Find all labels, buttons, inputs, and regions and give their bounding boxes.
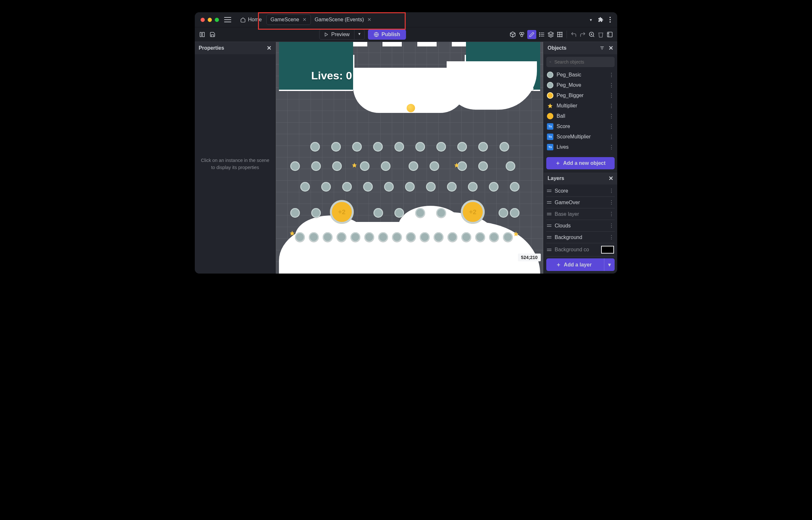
- main-menu-button[interactable]: [224, 17, 231, 22]
- peg-instance[interactable]: [290, 161, 300, 171]
- filter-icon[interactable]: [599, 46, 605, 51]
- trash-icon[interactable]: [597, 31, 604, 38]
- object-item[interactable]: Peg_Bigger⋮: [546, 90, 615, 101]
- search-objects-input[interactable]: [554, 59, 612, 65]
- peg-instance[interactable]: [406, 232, 416, 242]
- kebab-icon[interactable]: ⋮: [609, 188, 614, 194]
- kebab-icon[interactable]: ⋮: [609, 223, 614, 229]
- peg-instance[interactable]: [290, 208, 300, 218]
- peg-instance[interactable]: [499, 142, 509, 152]
- peg-instance[interactable]: [430, 161, 439, 171]
- grid-icon[interactable]: [556, 31, 563, 38]
- chevron-down-icon[interactable]: ▾: [590, 18, 592, 22]
- peg-instance[interactable]: [321, 182, 331, 191]
- redo-icon[interactable]: [579, 31, 586, 38]
- peg-instance[interactable]: [461, 232, 471, 242]
- peg-instance[interactable]: [478, 161, 488, 171]
- tab-gamescene[interactable]: GameScene ✕: [266, 15, 311, 25]
- peg-instance[interactable]: [510, 208, 519, 218]
- peg-instance[interactable]: [475, 232, 485, 242]
- peg-bigger-instance[interactable]: +2: [461, 200, 485, 224]
- save-button[interactable]: [209, 31, 216, 38]
- multiplier-instance[interactable]: [513, 231, 519, 237]
- kebab-icon[interactable]: ⋮: [609, 72, 614, 78]
- drag-handle-icon[interactable]: [547, 236, 551, 238]
- object-item[interactable]: Multiplier⋮: [546, 101, 615, 111]
- extension-icon[interactable]: [598, 17, 604, 23]
- preview-dropdown-button[interactable]: ▼: [354, 29, 365, 40]
- peg-instance[interactable]: [468, 182, 478, 191]
- close-icon[interactable]: ✕: [608, 175, 613, 182]
- drag-handle-icon[interactable]: [547, 249, 551, 251]
- edit-icon[interactable]: [527, 30, 536, 39]
- undo-icon[interactable]: [570, 31, 577, 38]
- peg-instance[interactable]: [436, 142, 446, 152]
- peg-instance[interactable]: [498, 208, 508, 218]
- layer-color-swatch[interactable]: [601, 246, 614, 254]
- search-objects-field[interactable]: [546, 57, 615, 67]
- peg-instance[interactable]: [309, 232, 319, 242]
- tab-close-icon[interactable]: ✕: [367, 17, 372, 23]
- layer-item[interactable]: Clouds⋮: [546, 220, 615, 232]
- peg-instance[interactable]: [405, 182, 415, 191]
- peg-instance[interactable]: [331, 142, 341, 152]
- peg-instance[interactable]: [448, 232, 457, 242]
- tab-home[interactable]: Home: [236, 15, 266, 25]
- object-item[interactable]: TxScoreMultiplier⋮: [546, 132, 615, 142]
- kebab-icon[interactable]: ⋮: [609, 124, 614, 130]
- peg-instance[interactable]: [395, 142, 404, 152]
- peg-instance[interactable]: [392, 232, 402, 242]
- add-layer-button[interactable]: Add a layer ▾: [546, 258, 615, 271]
- peg-instance[interactable]: [510, 182, 519, 191]
- drag-handle-icon[interactable]: [547, 201, 551, 204]
- layer-item[interactable]: Score⋮: [546, 185, 615, 197]
- kebab-icon[interactable]: ⋮: [609, 103, 614, 109]
- peg-instance[interactable]: [373, 142, 383, 152]
- add-layer-dropdown[interactable]: ▾: [604, 258, 615, 271]
- add-object-button[interactable]: Add a new object: [546, 157, 615, 170]
- peg-instance[interactable]: [364, 232, 374, 242]
- peg-instance[interactable]: [409, 161, 418, 171]
- layer-item[interactable]: GameOver⋮: [546, 197, 615, 208]
- peg-instance[interactable]: [351, 232, 360, 242]
- drag-handle-icon[interactable]: [547, 213, 551, 215]
- kebab-icon[interactable]: ⋮: [609, 93, 614, 99]
- peg-instance[interactable]: [503, 232, 513, 242]
- peg-instance[interactable]: [360, 161, 370, 171]
- peg-instance[interactable]: [384, 182, 394, 191]
- peg-instance[interactable]: [489, 232, 499, 242]
- window-minimize-button[interactable]: [208, 18, 212, 22]
- peg-instance[interactable]: [415, 208, 425, 218]
- peg-instance[interactable]: [506, 161, 515, 171]
- multiplier-instance[interactable]: [454, 162, 460, 168]
- peg-instance[interactable]: [381, 161, 390, 171]
- peg-instance[interactable]: [373, 208, 383, 218]
- publish-button[interactable]: Publish: [368, 29, 406, 40]
- ball-instance[interactable]: [407, 104, 415, 112]
- kebab-icon[interactable]: ⋮: [609, 211, 614, 217]
- peg-instance[interactable]: [378, 232, 388, 242]
- list-icon[interactable]: [538, 31, 545, 38]
- kebab-icon[interactable]: ⋮: [609, 82, 614, 88]
- peg-instance[interactable]: [434, 232, 443, 242]
- kebab-icon[interactable]: ⋮: [609, 199, 614, 206]
- peg-instance[interactable]: [457, 142, 467, 152]
- kebab-icon[interactable]: ⋮: [609, 113, 614, 119]
- cube-icon[interactable]: [509, 31, 516, 38]
- close-icon[interactable]: ✕: [267, 45, 272, 52]
- layers-icon[interactable]: [547, 31, 554, 38]
- multiplier-instance[interactable]: [289, 230, 295, 236]
- peg-instance[interactable]: [363, 182, 373, 191]
- close-icon[interactable]: ✕: [608, 45, 613, 52]
- layer-item[interactable]: Background⋮: [546, 232, 615, 243]
- peg-instance[interactable]: [337, 232, 346, 242]
- kebab-menu-button[interactable]: [610, 17, 611, 23]
- peg-instance[interactable]: [311, 161, 321, 171]
- peg-instance[interactable]: [342, 182, 352, 191]
- object-item[interactable]: TxScore⋮: [546, 121, 615, 132]
- object-item[interactable]: Peg_Basic⋮: [546, 70, 615, 80]
- scene-viewport[interactable]: Lives: 0 Score: 0 ×25% +2 +2: [276, 42, 543, 274]
- peg-instance[interactable]: [310, 142, 320, 152]
- window-close-button[interactable]: [200, 18, 205, 22]
- kebab-icon[interactable]: ⋮: [609, 144, 614, 150]
